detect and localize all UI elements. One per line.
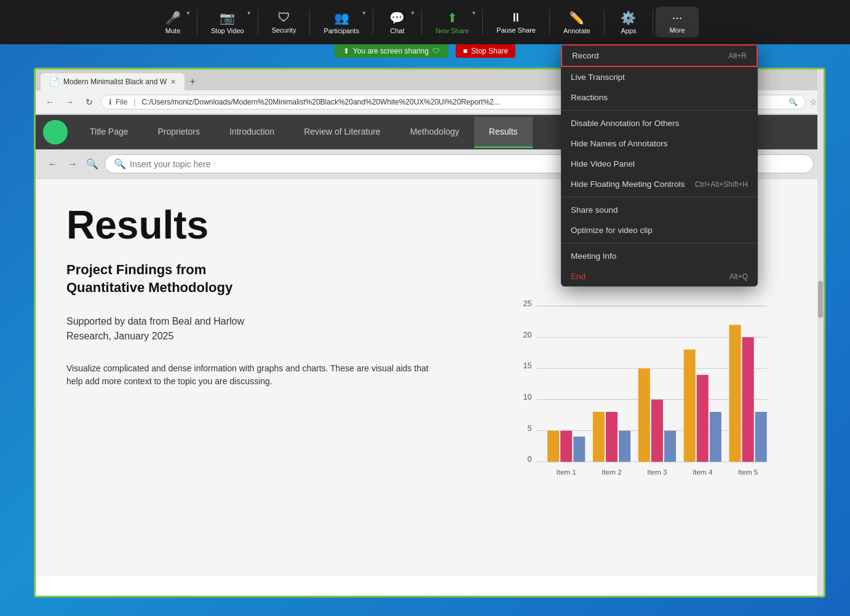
tab-results-label: Results [489,127,518,136]
new-share-button[interactable]: ⬆ New Share ▼ [424,7,480,38]
divider-8 [604,10,605,34]
search-lens-icon: 🔍 [114,158,126,170]
end-label: End [571,272,586,281]
participants-button[interactable]: 👥 Participants ▼ [312,7,370,38]
chat-icon: 💬 [389,10,405,25]
bar-item2-pink [606,412,618,462]
back-button[interactable]: ← [42,94,58,110]
live-transcript-menu-item[interactable]: Live Transcript [561,67,758,87]
meeting-info-label: Meeting Info [571,251,616,261]
y-label-20: 20 [523,331,531,339]
chart-container: 0 5 10 15 20 25 [482,261,805,494]
stop-video-label: Stop Video [211,27,244,34]
tab-results[interactable]: Results [474,117,533,148]
tab-close-button[interactable]: ✕ [170,78,176,86]
participants-icon: 👥 [334,10,349,25]
browser-tab[interactable]: 📄 Modern Minimalist Black and W ✕ [41,73,185,90]
record-label: Record [572,51,599,60]
reactions-label: Reactions [571,93,608,102]
stop-share-button[interactable]: ■ Stop Share [456,44,515,58]
bookmark-icon[interactable]: ☆ [809,97,817,107]
search-next-button[interactable]: → [65,157,80,172]
bar-item1-pink [560,431,572,462]
hide-video-panel-menu-item[interactable]: Hide Video Panel [561,154,758,174]
reactions-menu-item[interactable]: Reactions [561,87,758,108]
hide-annotators-menu-item[interactable]: Hide Names of Annotators [561,133,758,154]
scrollbar-thumb[interactable] [818,281,823,318]
hide-floating-label: Hide Floating Meeting Controls [571,180,685,189]
pdf-icon: 📄 [49,77,60,87]
chat-arrow: ▼ [410,10,415,16]
forward-button[interactable]: → [62,94,77,110]
y-label-5: 5 [527,424,531,433]
stop-video-button[interactable]: 📷 Stop Video ▼ [200,7,255,38]
browser-scrollbar[interactable] [817,69,824,596]
tab-introduction[interactable]: Introduction [215,117,289,148]
share-sound-menu-item[interactable]: Share sound [561,200,758,220]
disable-annotation-menu-item[interactable]: Disable Annotation for Others [561,113,758,133]
bar-item5-blue [755,412,766,462]
separator-bar: | [133,98,135,106]
participants-arrow: ▼ [362,10,367,16]
optimize-video-label: Optimize for video clip [571,226,653,235]
y-label-25: 25 [523,299,531,308]
security-button[interactable]: 🛡 Security [261,7,308,38]
more-button[interactable]: ··· More [656,7,699,38]
bar-item5-pink [742,338,753,462]
shield-icon: 🛡 [432,47,440,55]
end-shortcut: Alt+Q [729,272,748,281]
chat-label: Chat [390,27,404,34]
tab-title-page[interactable]: Title Page [75,117,143,148]
share-arrow-icon: ⬆ [343,47,349,55]
divider-2 [258,10,258,34]
apps-button[interactable]: ⚙️ Apps [607,7,650,38]
pause-share-label: Pause Share [496,26,536,34]
divider-6 [482,10,483,34]
tab-proprietors[interactable]: Proprietors [143,117,215,148]
meeting-info-menu-item[interactable]: Meeting Info [561,246,758,266]
tab-review[interactable]: Review of Literature [289,117,395,148]
hide-floating-menu-item[interactable]: Hide Floating Meeting Controls Ctrl+Alt+… [561,174,758,194]
stop-icon: ■ [463,47,467,55]
pause-share-button[interactable]: ⏸ Pause Share [485,7,547,38]
chat-button[interactable]: 💬 Chat ▼ [376,7,419,38]
new-tab-button[interactable]: + [185,74,201,90]
security-icon: 🛡 [278,10,290,25]
bar-item4-orange [683,350,695,462]
end-menu-item[interactable]: End Alt+Q [561,266,758,286]
tab-introduction-label: Introduction [229,127,274,136]
record-menu-item[interactable]: Record Alt+R [561,44,758,67]
reload-button[interactable]: ↻ [81,94,97,110]
separator-2 [561,197,758,197]
annotate-button[interactable]: ✏️ Annotate [552,7,602,38]
mute-button[interactable]: 🎤 Mute ▼ [151,7,194,38]
bar-item1-orange [547,431,559,462]
screen-share-bar: ⬆ You are screen sharing 🛡 ■ Stop Share [335,44,515,58]
bar-item1-blue [573,436,585,462]
separator-1 [561,110,758,111]
stop-video-arrow: ▼ [247,10,252,16]
search-zoom-button[interactable]: 🔍 [85,157,100,172]
search-prev-button[interactable]: ← [46,157,60,172]
mute-label: Mute [165,27,180,34]
slide-body2: Visualize complicated and dense informat… [66,362,439,388]
new-share-label: New Share [435,27,469,34]
y-label-0: 0 [527,455,531,464]
annotate-label: Annotate [563,27,590,34]
apps-icon: ⚙️ [621,10,636,25]
slide-title: Results [66,203,439,247]
mute-arrow: ▼ [186,10,191,16]
tab-methodology[interactable]: Methodology [395,117,474,148]
divider-9 [653,10,653,34]
bar-chart: 0 5 10 15 20 25 [482,261,805,494]
new-share-arrow: ▼ [471,10,476,16]
optimize-video-menu-item[interactable]: Optimize for video clip [561,220,758,240]
tab-review-label: Review of Literature [304,127,381,136]
bar-item2-orange [592,412,604,462]
bar-item3-blue [664,431,676,462]
y-label-15: 15 [523,361,531,370]
slide-body1: Supported by data from Beal and HarlowRe… [66,314,439,344]
bar-item2-blue [619,431,630,462]
tab-title-page-label: Title Page [90,127,129,136]
sharing-indicator: ⬆ You are screen sharing 🛡 [335,44,448,58]
